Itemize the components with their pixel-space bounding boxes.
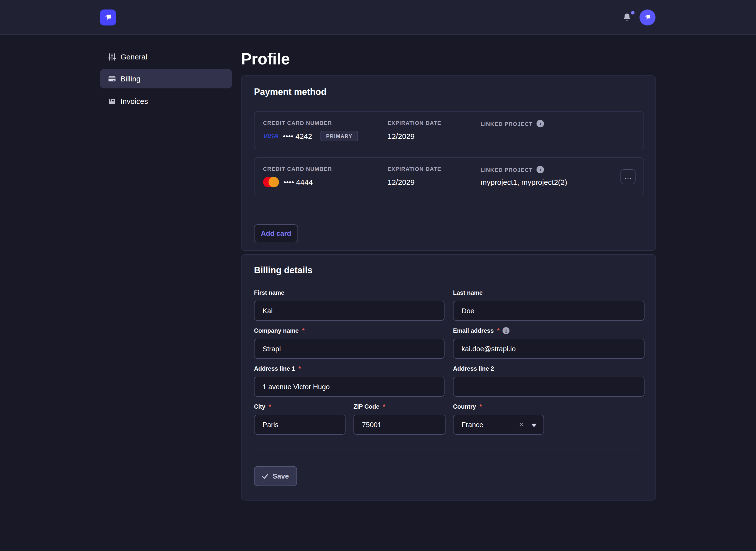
expiration-date-label: EXPIRATION DATE bbox=[388, 166, 441, 172]
clear-selection-icon[interactable]: ✕ bbox=[517, 421, 525, 429]
country-label: Country* bbox=[453, 403, 544, 411]
save-label: Save bbox=[272, 472, 289, 480]
notification-dot bbox=[631, 11, 635, 14]
masked-card-number: •••• 4242 bbox=[283, 132, 312, 140]
sidebar-item-invoices[interactable]: $ Invoices bbox=[100, 91, 232, 111]
required-asterisk: * bbox=[269, 403, 271, 410]
country-selected-value: France bbox=[462, 421, 483, 429]
check-icon bbox=[262, 473, 268, 479]
info-icon[interactable]: i bbox=[537, 166, 544, 173]
add-card-label: Add card bbox=[261, 229, 291, 237]
sidebar-item-label: Billing bbox=[120, 74, 141, 83]
first-name-label: First name bbox=[254, 289, 445, 297]
required-asterisk: * bbox=[298, 365, 301, 372]
user-avatar[interactable] bbox=[640, 9, 656, 25]
add-card-button[interactable]: Add card bbox=[254, 224, 298, 242]
sliders-icon bbox=[108, 53, 116, 61]
invoice-icon: $ bbox=[108, 97, 116, 105]
payment-method-card: Payment method CREDIT CARD NUMBER VISA •… bbox=[241, 75, 656, 251]
credit-card-number-label: CREDIT CARD NUMBER bbox=[263, 120, 332, 126]
address-line2-input[interactable] bbox=[453, 377, 645, 397]
sidebar-item-general[interactable]: General bbox=[100, 47, 232, 66]
section-divider bbox=[254, 211, 644, 211]
credit-card-row-mastercard: CREDIT CARD NUMBER •••• 4444 EXPIRATION … bbox=[254, 157, 644, 195]
billing-section-title: Billing details bbox=[254, 265, 312, 276]
primary-badge: PRIMARY bbox=[320, 131, 358, 141]
app-root: General Billing $ Invoices Profile Payme… bbox=[0, 0, 756, 551]
expiration-date-value: 12/2029 bbox=[388, 132, 415, 140]
address-line1-input[interactable] bbox=[254, 377, 445, 397]
sidebar-item-billing[interactable]: Billing bbox=[100, 69, 232, 88]
billing-details-card: Billing details First name Last name Com… bbox=[241, 254, 656, 501]
credit-card-icon bbox=[108, 75, 116, 83]
svg-text:$: $ bbox=[110, 99, 111, 102]
linked-project-value: – bbox=[481, 132, 485, 140]
required-asterisk: * bbox=[302, 327, 304, 334]
payment-section-title: Payment method bbox=[254, 87, 326, 97]
expiration-date-value: 12/2029 bbox=[388, 177, 415, 186]
section-divider bbox=[254, 449, 644, 449]
company-name-label: Company name* bbox=[254, 327, 445, 335]
email-address-input[interactable] bbox=[453, 339, 645, 359]
address-line2-label: Address line 2 bbox=[453, 365, 645, 373]
visa-logo-icon: VISA bbox=[263, 132, 278, 140]
mastercard-logo-icon bbox=[263, 176, 279, 187]
linked-project-label: LINKED PROJECT bbox=[481, 166, 533, 172]
masked-card-number: •••• 4444 bbox=[283, 177, 313, 186]
credit-card-row-visa: CREDIT CARD NUMBER VISA •••• 4242 PRIMAR… bbox=[254, 111, 644, 149]
zip-code-label: ZIP Code* bbox=[353, 403, 446, 411]
card-actions-menu-button[interactable]: … bbox=[620, 169, 636, 184]
first-name-input[interactable] bbox=[254, 301, 445, 321]
credit-card-number-label: CREDIT CARD NUMBER bbox=[263, 166, 332, 172]
top-header bbox=[0, 0, 756, 35]
page-title: Profile bbox=[241, 50, 290, 68]
address-line1-label: Address line 1* bbox=[254, 365, 445, 373]
strapi-glyph bbox=[103, 12, 113, 22]
city-label: City* bbox=[254, 403, 345, 411]
save-button[interactable]: Save bbox=[254, 466, 297, 486]
sidebar-item-label: General bbox=[120, 52, 147, 61]
required-asterisk: * bbox=[497, 327, 500, 334]
sidebar-item-label: Invoices bbox=[120, 97, 148, 105]
zip-code-input[interactable] bbox=[353, 415, 446, 435]
required-asterisk: * bbox=[383, 403, 385, 410]
info-icon[interactable]: i bbox=[503, 327, 509, 334]
last-name-input[interactable] bbox=[453, 301, 645, 321]
email-address-label: Email address* i bbox=[453, 327, 645, 335]
required-asterisk: * bbox=[480, 403, 482, 410]
linked-project-label: LINKED PROJECT bbox=[481, 121, 533, 127]
bell-icon bbox=[622, 12, 632, 23]
linked-project-value: myproject1, myproject2(2) bbox=[481, 177, 567, 186]
country-select[interactable]: France ✕ bbox=[453, 415, 544, 435]
info-icon[interactable]: i bbox=[537, 120, 544, 127]
ellipsis-icon: … bbox=[624, 171, 632, 180]
chevron-down-icon[interactable] bbox=[531, 424, 537, 427]
city-input[interactable] bbox=[254, 415, 345, 435]
strapi-logo-icon[interactable] bbox=[100, 9, 116, 25]
company-name-input[interactable] bbox=[254, 339, 445, 359]
last-name-label: Last name bbox=[453, 289, 645, 297]
expiration-date-label: EXPIRATION DATE bbox=[388, 120, 441, 126]
notifications-button[interactable] bbox=[622, 12, 634, 24]
strapi-avatar-icon bbox=[643, 13, 652, 22]
